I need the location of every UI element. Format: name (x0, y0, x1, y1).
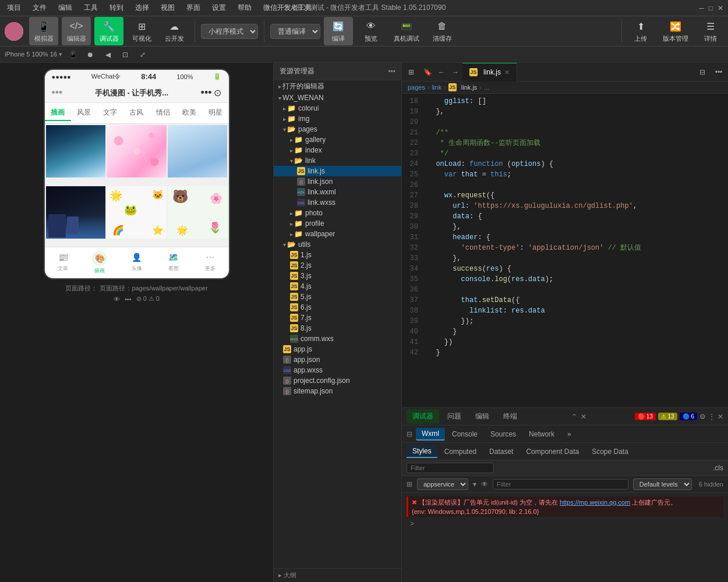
close-debug-btn[interactable]: ✕ (581, 413, 586, 421)
editor-tab-linkjs[interactable]: JS link.js ✕ (462, 63, 517, 81)
folder-profile[interactable]: ▸ 📁 profile (274, 218, 401, 229)
debug-sub-tab-network[interactable]: Network (523, 428, 560, 440)
debugger-button[interactable]: 🔧 调试器 (94, 17, 123, 45)
upload-button[interactable]: ⬆ 上传 (628, 17, 653, 45)
file-appwxss[interactable]: cssapp.wxss (274, 365, 401, 375)
eye-icon[interactable]: 👁 (114, 296, 120, 303)
sidebar-toggle-btn[interactable]: ⊞ (404, 65, 418, 79)
folder-utils[interactable]: ▾ 📂 utils (274, 239, 401, 250)
menu-item-select[interactable]: 选择 (133, 2, 151, 14)
image-cell-2[interactable] (107, 125, 167, 185)
debug-sub-tab-wxml[interactable]: Wxml (416, 428, 445, 441)
code-content[interactable]: gglist: [] }, /** * 生命周期函数--监听页面加载 */ on… (423, 94, 728, 407)
mode-selector[interactable]: 小程序模式 (201, 24, 258, 39)
breadcrumb-pages[interactable]: pages (408, 84, 425, 91)
style-tab-dataset[interactable]: Dataset (483, 446, 519, 457)
debug-tab-debugger[interactable]: 调试器 (407, 409, 439, 424)
menu-item-edit[interactable]: 编辑 (56, 2, 75, 14)
tab-古风[interactable]: 古风 (123, 105, 150, 121)
maximize-btn[interactable]: □ (709, 4, 713, 12)
debug-tab-edit[interactable]: 编辑 (469, 409, 495, 424)
back-icon-btn[interactable]: ◀ (101, 48, 115, 62)
preview-button[interactable]: 👁 预览 (356, 17, 386, 45)
debug-tab-issues[interactable]: 问题 (441, 409, 467, 424)
nav-item-gallery[interactable]: 🗺️ 看图 (155, 250, 192, 276)
nav-item-avatar[interactable]: 👤 头像 (118, 250, 155, 276)
file-link-js[interactable]: JS link.js (274, 166, 401, 176)
debug-close-icon[interactable]: ✕ (718, 413, 723, 421)
file-5js[interactable]: JS5.js (274, 292, 401, 302)
console-log-icon[interactable]: ⊞ (407, 480, 412, 488)
section-wx-wenan[interactable]: ▾ WX_WENAN (274, 93, 401, 103)
close-btn[interactable]: ✕ (718, 4, 723, 12)
debug-sub-tab-more[interactable]: » (561, 428, 577, 440)
tab-风景[interactable]: 风景 (71, 105, 97, 121)
file-6js[interactable]: JS6.js (274, 302, 401, 313)
file-7js[interactable]: JS7.js (274, 313, 401, 323)
debug-tab-terminal[interactable]: 终端 (497, 409, 523, 424)
user-avatar[interactable] (5, 22, 23, 41)
folder-pages[interactable]: ▾ 📂 pages (274, 124, 401, 134)
folder-link[interactable]: ▾ 📂 link (274, 155, 401, 166)
folder-wallpaper[interactable]: ▸ 📁 wallpaper (274, 229, 401, 239)
settings-icon[interactable]: ⚙ (699, 413, 706, 421)
version-button[interactable]: 🔀 版本管理 (657, 17, 694, 45)
breadcrumb-link[interactable]: link (432, 84, 442, 91)
file-4js[interactable]: JS4.js (274, 281, 401, 292)
file-2js[interactable]: JS2.js (274, 260, 401, 271)
filter-input[interactable] (407, 463, 494, 473)
folder-gallery[interactable]: ▸ 📁 gallery (274, 134, 401, 145)
back-nav-btn[interactable]: ← (434, 65, 448, 79)
more-options-btn[interactable]: ••• (125, 296, 132, 303)
nav-item-article[interactable]: 📰 文章 (45, 250, 82, 276)
tab-情侣[interactable]: 情侣 (150, 105, 176, 121)
phone-icon-btn[interactable]: 📱 (66, 48, 80, 62)
clean-button[interactable]: 🗑 清缓存 (427, 17, 457, 45)
error-link[interactable]: https://mp.weixin.qq.com (560, 499, 630, 506)
bookmark-icon[interactable]: 🔖 (420, 65, 434, 79)
tab-文字[interactable]: 文字 (97, 105, 123, 121)
appservice-selector[interactable]: appservice (417, 478, 468, 490)
menu-item-interface[interactable]: 界面 (184, 2, 203, 14)
style-tab-scope-data[interactable]: Scope Data (586, 446, 634, 457)
debug-sub-tab-console[interactable]: Console (446, 428, 483, 440)
image-cell-3[interactable] (168, 125, 228, 185)
editor-button[interactable]: </> 编辑器 (62, 17, 91, 45)
detail-button[interactable]: ☰ 详情 (698, 17, 723, 45)
file-appjs[interactable]: JSapp.js (274, 344, 401, 354)
tab-欧美[interactable]: 欧美 (176, 105, 202, 121)
simulator-button[interactable]: 📱 模拟器 (29, 17, 58, 45)
code-area[interactable]: 181920212223 242526272829 303132333435 3… (402, 94, 728, 407)
toggle-icon[interactable]: ▾ (473, 480, 476, 488)
visual-button[interactable]: ⊞ 可视化 (127, 17, 156, 45)
debug-sub-tab-sources[interactable]: Sources (485, 428, 522, 440)
cls-button[interactable]: .cls (713, 464, 723, 472)
file-link-json[interactable]: {} link.json (274, 176, 401, 187)
console-input-line[interactable]: > (407, 518, 723, 530)
image-cell-6[interactable]: 🐻 🌸 🌟 🌷 (168, 186, 228, 246)
debug-more-icon[interactable]: ⋮ (708, 413, 715, 421)
log-level-selector[interactable]: Default levels (633, 478, 692, 490)
image-cell-4[interactable] (46, 186, 106, 246)
file-link-wxss[interactable]: css link.wxss (274, 197, 401, 208)
style-tab-computed[interactable]: Computed (439, 446, 482, 457)
menu-item-file[interactable]: 文件 (30, 2, 49, 14)
file-commwxs[interactable]: wxscomm.wxs (274, 333, 401, 344)
minimize-btn[interactable]: ─ (699, 4, 704, 12)
file-appjson[interactable]: {}app.json (274, 354, 401, 365)
file-sitemap[interactable]: {}sitemap.json (274, 386, 401, 396)
file-1js[interactable]: JS1.js (274, 250, 401, 260)
console-filter-input[interactable] (493, 479, 628, 489)
folder-photo[interactable]: ▸ 📁 photo (274, 208, 401, 218)
collapse-icon[interactable]: ⌃ (571, 413, 577, 421)
folder-colorui[interactable]: ▸ 📁 colorui (274, 103, 401, 113)
style-tab-component-data[interactable]: Component Data (520, 446, 585, 457)
file-3js[interactable]: JS3.js (274, 271, 401, 281)
fullscreen-icon-btn[interactable]: ⤢ (136, 48, 150, 62)
record-icon-btn[interactable]: ⏺ (83, 48, 97, 62)
home-icon-btn[interactable]: ⊡ (118, 48, 132, 62)
cloud-button[interactable]: ☁ 云开发 (160, 17, 189, 45)
nav-item-illustration[interactable]: 🎨 插画 (82, 250, 118, 276)
menu-item-help[interactable]: 帮助 (235, 2, 254, 14)
folder-img[interactable]: ▸ 📁 img (274, 113, 401, 124)
